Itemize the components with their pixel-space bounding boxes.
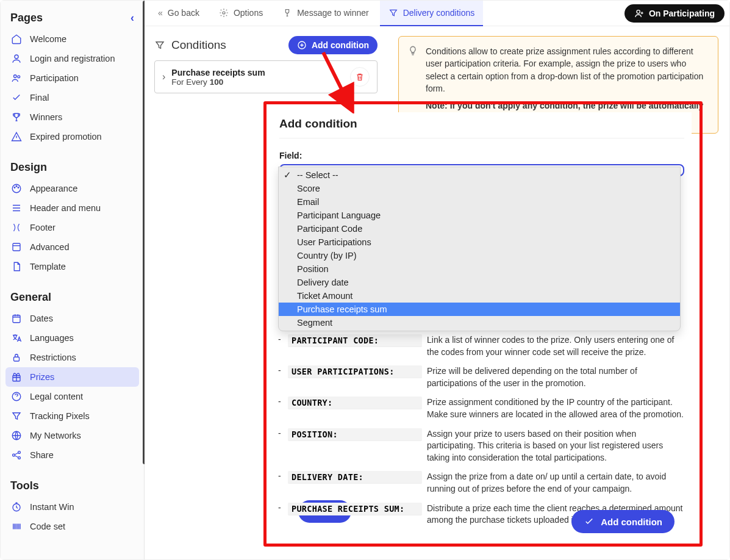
participating-badge[interactable]: On Participating (624, 4, 725, 23)
dropdown-option[interactable]: Participant Code (279, 222, 680, 235)
svg-point-1 (14, 75, 17, 78)
collapse-icon[interactable]: ‹ (131, 12, 134, 24)
delete-condition-button[interactable] (350, 67, 370, 87)
tab-message[interactable]: Message to winner (274, 1, 378, 26)
chevron-right-icon: › (162, 71, 165, 82)
nav-appearance[interactable]: Appearance (5, 179, 139, 198)
nav-welcome[interactable]: Welcome (5, 29, 139, 49)
dropdown-option[interactable]: Position (279, 262, 680, 276)
svg-point-0 (15, 55, 18, 59)
nav-advanced[interactable]: Advanced (5, 237, 139, 257)
condition-card-sub: For Every100 (171, 77, 265, 87)
sidebar: Pages ‹ Welcome Login and registration P… (1, 1, 145, 559)
nav-networks[interactable]: My Networks (5, 426, 139, 445)
definition-row: -USER PARTICIPATIONS:Prize will be deliv… (278, 364, 687, 395)
tab-options[interactable]: Options (210, 1, 271, 26)
nav-template[interactable]: Template (5, 257, 139, 276)
field-definitions: -PARTICIPANT CODE:Link a list of winner … (278, 333, 687, 533)
lock-icon (10, 351, 23, 364)
globe-icon (10, 429, 23, 442)
dropdown-option[interactable]: Ticket Amount (279, 289, 680, 303)
nav-dates[interactable]: Dates (5, 309, 139, 328)
dropdown-option[interactable]: Segment (279, 316, 680, 329)
nav-languages[interactable]: Languages (5, 328, 139, 348)
trash-icon (355, 72, 365, 82)
filter-icon (388, 8, 398, 18)
svg-point-2 (18, 76, 20, 78)
condition-card-title: Purchase receipts sum (171, 68, 265, 77)
advanced-icon (10, 241, 23, 253)
gift-icon (10, 371, 23, 383)
barcode-icon (10, 520, 23, 533)
clock-icon (10, 501, 23, 513)
tab-delivery-conditions[interactable]: Delivery conditions (380, 1, 484, 26)
dropdown-option[interactable]: Email (279, 195, 680, 209)
svg-point-17 (223, 12, 225, 14)
dropdown-option[interactable]: Participant Language (279, 209, 680, 222)
svg-rect-7 (13, 243, 20, 251)
conditions-title: Conditions (154, 38, 226, 52)
users-icon (10, 72, 23, 84)
nav-tracking[interactable]: Tracking Pixels (5, 406, 139, 426)
svg-point-6 (18, 187, 19, 188)
notice-text: Conditions allow to create prize assignm… (426, 45, 708, 95)
svg-rect-8 (13, 315, 20, 323)
definition-row: -POSITION:Assign your prize to users bas… (278, 427, 687, 470)
palette-icon (10, 182, 23, 195)
definition-row: -COUNTRY:Prize assignment conditioned by… (278, 395, 687, 426)
footer-icon (10, 221, 23, 234)
nav-prizes[interactable]: Prizes (5, 367, 139, 387)
home-icon (10, 33, 23, 45)
nav-code-set[interactable]: Code set (5, 517, 139, 536)
check-icon (584, 516, 595, 527)
svg-point-18 (637, 10, 640, 13)
dropdown-option[interactable]: Score (279, 182, 680, 195)
trophy-icon (282, 8, 292, 18)
check-icon (10, 92, 23, 104)
confirm-add-condition-button[interactable]: Add condition (571, 510, 675, 533)
lightbulb-icon (407, 45, 418, 56)
nav-share[interactable]: Share (5, 445, 139, 465)
tab-go-back[interactable]: «Go back (149, 1, 208, 26)
field-dropdown[interactable]: -- Select --ScoreEmailParticipant Langua… (278, 167, 681, 331)
nav-final[interactable]: Final (5, 88, 139, 107)
menu-icon (10, 202, 23, 214)
svg-rect-9 (14, 357, 20, 361)
dropdown-option[interactable]: Country (by IP) (279, 249, 680, 262)
nav-footer[interactable]: Footer (5, 218, 139, 237)
section-design-title: Design (5, 157, 139, 179)
definition-row: -PARTICIPANT CODE:Link a list of winner … (278, 333, 687, 364)
dropdown-option[interactable]: -- Select -- (279, 168, 680, 182)
svg-point-5 (16, 186, 17, 187)
section-pages-title: Pages ‹ (5, 8, 139, 29)
section-general-title: General (5, 287, 139, 309)
plus-circle-icon (297, 40, 307, 50)
condition-card[interactable]: › Purchase receipts sum For Every100 (154, 60, 378, 93)
nav-expired[interactable]: Expired promotion (5, 127, 139, 146)
svg-point-4 (14, 187, 15, 188)
trophy-icon (10, 111, 23, 123)
calendar-icon (10, 312, 23, 325)
nav-login[interactable]: Login and registration (5, 49, 139, 68)
nav-instant-win[interactable]: Instant Win (5, 497, 139, 517)
field-label: Field: (279, 151, 684, 160)
add-condition-button[interactable]: Add condition (288, 36, 378, 54)
user-plus-icon (634, 9, 644, 18)
modal-title: Add condition (279, 117, 684, 138)
nav-restrictions[interactable]: Restrictions (5, 348, 139, 367)
nav-legal[interactable]: Legal content (5, 387, 139, 406)
share-icon (10, 449, 23, 461)
section-tools-title: Tools (5, 476, 139, 497)
dropdown-option[interactable]: Purchase receipts sum (279, 303, 680, 316)
definition-row: -DELIVERY DATE:Assign the prize from a d… (278, 470, 687, 501)
nav-winners[interactable]: Winners (5, 107, 139, 127)
template-icon (10, 260, 23, 273)
nav-participation[interactable]: Participation (5, 68, 139, 88)
dropdown-option[interactable]: User Participations (279, 235, 680, 249)
legal-icon (10, 390, 23, 403)
warning-icon (10, 131, 23, 143)
nav-header-menu[interactable]: Header and menu (5, 198, 139, 218)
dropdown-option[interactable]: Delivery date (279, 276, 680, 289)
filter-icon (154, 40, 165, 51)
user-icon (10, 52, 23, 65)
